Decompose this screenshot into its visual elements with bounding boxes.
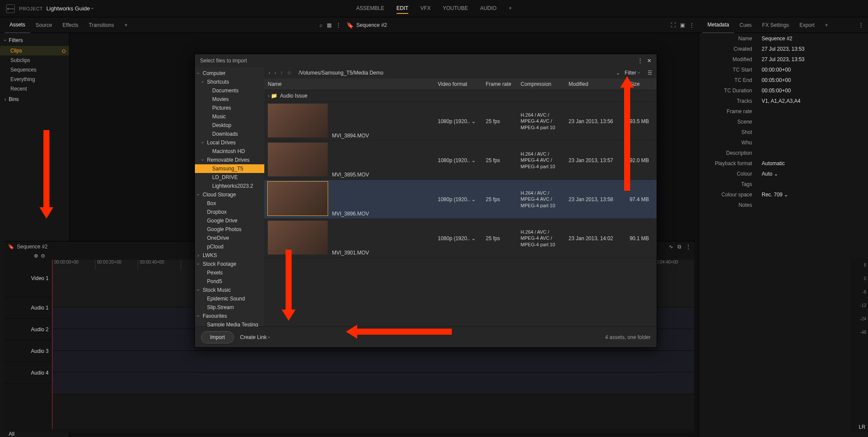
meta-value[interactable]: 00:05:00+00 [757,75,867,85]
add-tab-button[interactable]: + [820,17,833,33]
tree-node[interactable]: Epidemic Sound [195,294,264,303]
meta-value[interactable] [757,148,867,158]
meta-value[interactable]: 27 Jul 2023, 13:53 [757,55,867,64]
meta-value[interactable] [757,127,867,137]
workspace-tab-youtube[interactable]: YOUTUBE [443,3,468,14]
column-header[interactable]: Size [626,78,657,90]
track-row[interactable] [52,372,694,394]
link-icon[interactable]: ⧉ [677,244,681,250]
meta-value[interactable] [757,107,867,116]
workspace-tab-edit[interactable]: EDIT [396,3,408,14]
file-row[interactable]: MVI_3901.MOV 1080p (1920.. ⌄ 25 fps H.26… [264,219,657,258]
tree-node[interactable]: Desktop [195,121,264,130]
project-name[interactable]: Lightworks Guide [46,5,94,12]
workspace-tab-assemble[interactable]: ASSEMBLE [356,3,385,14]
bins-header[interactable]: Bins [0,94,69,105]
track-label[interactable]: Audio 1 [4,297,52,319]
back-button[interactable]: ⟵ [6,4,15,13]
assets-tab-assets[interactable]: Assets [4,17,30,33]
all-tracks-label[interactable]: All [4,429,694,437]
assets-tab-source[interactable]: Source [30,17,57,33]
filter-everything[interactable]: Everything [0,75,69,84]
filter-button[interactable]: Filter [625,70,640,76]
filter-subclips[interactable]: Subclips [0,55,69,65]
waveform-icon[interactable]: ∿ [669,244,673,250]
nav-up-icon[interactable]: ↑ [280,70,283,76]
meta-value[interactable]: 00:05:00+00 [757,86,867,95]
tree-node[interactable]: Computer [195,69,264,78]
tree-node[interactable]: Shortcuts [195,78,264,86]
tree-node[interactable]: Favourites [195,312,264,320]
meta-tab-fx-settings[interactable]: FX Settings [757,17,794,33]
tree-node[interactable]: LD_DRIVE [195,173,264,182]
more-icon[interactable]: ⋮ [638,58,643,64]
tree-node[interactable]: Stock Music [195,286,264,294]
current-path[interactable]: /Volumes/Samsung_T5/Media Demo [299,70,612,76]
track-label[interactable]: Audio 4 [4,362,52,384]
fullscreen-icon[interactable]: ⛶ [671,22,676,28]
tree-node[interactable]: Documents [195,86,264,95]
tree-node[interactable]: Cloud Storage [195,190,264,199]
meta-tab-metadata[interactable]: Metadata [702,17,734,33]
tree-node[interactable]: Pexels [195,268,264,277]
video-format[interactable]: 1080p (1920.. ⌄ [434,102,482,141]
meta-value[interactable]: 00:00:00+00 [757,65,867,75]
file-row[interactable]: MVI_3896.MOV 1080p (1920.. ⌄ 25 fps H.26… [264,180,657,219]
folder-row[interactable]: › 📁Audio Issue [264,90,657,102]
track-label[interactable]: Audio 3 [4,340,52,362]
add-tab-button[interactable]: + [119,17,133,33]
column-header[interactable]: Compression [517,78,565,90]
tree-node[interactable]: Lightworks2023.2 [195,182,264,190]
more-icon[interactable]: ⋮ [858,22,864,28]
column-header[interactable]: Modified [565,78,626,90]
panel-icon[interactable]: ▣ [680,22,685,28]
grid-icon[interactable]: ▦ [327,22,332,28]
tree-node[interactable]: Dropbox [195,208,264,216]
track-label[interactable]: Audio 2 [4,319,52,340]
tree-node[interactable]: pCloud [195,242,264,251]
meta-value[interactable] [757,138,867,147]
tree-node[interactable]: Samsung_T5 [195,164,264,173]
column-header[interactable]: Video format [434,78,482,90]
filters-header[interactable]: Filters [0,35,69,46]
tree-node[interactable]: Movies [195,95,264,104]
tree-node[interactable]: Google Drive [195,216,264,225]
zoom-in-icon[interactable]: ⊕ [34,253,38,259]
column-header[interactable]: Frame rate [482,78,517,90]
import-button[interactable]: Import [201,331,234,343]
tree-node[interactable]: Sample Media Testing [195,320,264,326]
meta-value[interactable]: V1, A1,A2,A3,A4 [757,96,867,106]
file-row[interactable]: MVI_3895.MOV 1080p (1920.. ⌄ 25 fps H.26… [264,141,657,180]
tree-node[interactable]: LWKS [195,251,264,260]
tree-node[interactable]: Macintosh HD [195,147,264,156]
path-dropdown-icon[interactable]: ⌄ [616,70,620,76]
tree-node[interactable]: Music [195,112,264,121]
video-format[interactable]: 1080p (1920.. ⌄ [434,180,482,219]
filter-recent[interactable]: Recent [0,84,69,94]
video-format[interactable]: 1080p (1920.. ⌄ [434,141,482,180]
zoom-out-icon[interactable]: ⊖ [41,253,45,259]
tree-node[interactable]: Slip.Stream [195,303,264,312]
add-workspace-button[interactable]: + [509,3,512,14]
track-label[interactable]: Video 1 [4,260,52,297]
meta-value[interactable]: Sequence #2 [757,34,867,43]
meta-value[interactable] [757,200,867,210]
search-icon[interactable]: ⌕ [319,22,322,28]
meta-value[interactable] [757,117,867,127]
workspace-tab-vfx[interactable]: VFX [421,3,431,14]
video-format[interactable]: 1080p (1920.. ⌄ [434,219,482,258]
tree-node[interactable]: Google Photos [195,225,264,234]
meta-value[interactable] [757,179,867,189]
tree-node[interactable]: OneDrive [195,234,264,242]
meta-value[interactable]: 27 Jul 2023, 13:53 [757,44,867,54]
meta-value[interactable]: Rec. 709 ⌄ [757,190,867,199]
meta-value[interactable]: Auto ⌄ [757,169,867,179]
nav-star-icon[interactable]: ☆ [287,70,292,76]
workspace-tab-audio[interactable]: AUDIO [480,3,496,14]
file-row[interactable]: MVI_3894.MOV 1080p (1920.. ⌄ 25 fps H.26… [264,102,657,141]
assets-tab-effects[interactable]: Effects [57,17,83,33]
tree-node[interactable]: Removable Drives [195,156,264,164]
tree-node[interactable]: Box [195,199,264,208]
filter-sequences[interactable]: Sequences [0,65,69,75]
assets-tab-transitions[interactable]: Transitions [84,17,119,33]
